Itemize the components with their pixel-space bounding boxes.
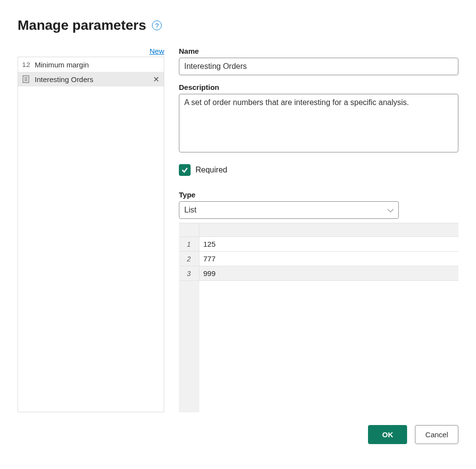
grid-value-cell[interactable]: 777 [199, 252, 458, 266]
required-checkbox[interactable] [179, 164, 191, 176]
parameter-list: 1.2 Minimum margin Interesting Orders ✕ [18, 57, 164, 412]
parameter-label: Minimum margin [35, 61, 161, 69]
type-select[interactable] [179, 201, 399, 219]
dialog-footer: OK Cancel [18, 425, 458, 444]
parameter-list-panel: New 1.2 Minimum margin Interesting Order… [18, 47, 164, 412]
help-icon[interactable]: ? [152, 21, 162, 30]
type-select-wrap [179, 201, 399, 219]
grid-row-number[interactable]: 3 [179, 266, 199, 281]
grid-values: 125 777 999 [199, 223, 458, 412]
dialog-content: New 1.2 Minimum margin Interesting Order… [18, 47, 458, 412]
grid-column-header[interactable] [199, 223, 458, 237]
grid-value-cell[interactable]: 125 [199, 237, 458, 252]
new-parameter-link[interactable]: New [150, 47, 164, 55]
name-label: Name [179, 47, 458, 55]
grid-row-number[interactable]: 1 [179, 237, 199, 252]
list-values-grid: 1 2 3 125 777 999 [179, 223, 458, 412]
delete-parameter-icon[interactable]: ✕ [151, 75, 161, 84]
grid-row-numbers: 1 2 3 [179, 223, 199, 412]
page-title: Manage parameters [18, 18, 146, 33]
name-input[interactable] [179, 58, 458, 75]
new-parameter-link-wrap: New [18, 47, 164, 56]
required-label: Required [195, 166, 227, 174]
grid-row-number[interactable]: 2 [179, 252, 199, 266]
ok-button[interactable]: OK [368, 425, 407, 444]
parameter-form: Name Description A set of order numbers … [179, 47, 458, 412]
list-icon [21, 75, 31, 83]
required-toggle-row: Required [179, 164, 458, 176]
decimal-icon: 1.2 [21, 61, 31, 68]
description-label: Description [179, 83, 458, 91]
dialog-header: Manage parameters ? [18, 18, 458, 33]
description-textarea[interactable]: A set of order numbers that are interest… [179, 94, 458, 152]
parameter-label: Interesting Orders [35, 75, 147, 84]
parameter-row-minimum-margin[interactable]: 1.2 Minimum margin [18, 57, 164, 72]
grid-corner [179, 223, 199, 237]
type-label: Type [179, 191, 458, 199]
cancel-button[interactable]: Cancel [415, 425, 458, 444]
grid-value-cell[interactable]: 999 [199, 266, 458, 281]
parameter-row-interesting-orders[interactable]: Interesting Orders ✕ [18, 72, 164, 86]
